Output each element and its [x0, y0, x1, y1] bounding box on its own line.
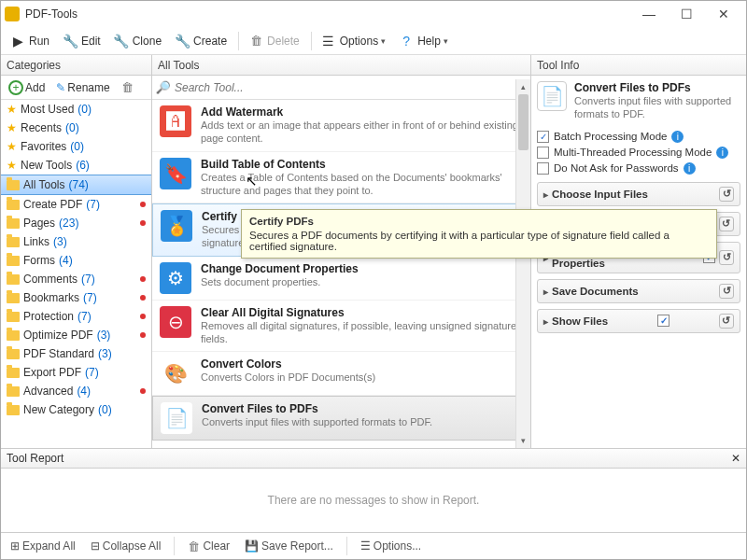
tool-item[interactable]: 🎨Convert ColorsConverts Colors in PDF Do… — [152, 352, 530, 396]
categories-panel: Categories +Add ✎Rename ★Most Used (0)★R… — [1, 55, 152, 448]
help-label: Help — [417, 35, 441, 48]
info-icon[interactable]: i — [716, 147, 728, 159]
categories-list[interactable]: ★Most Used (0)★Recents (0)★Favorites (0)… — [1, 100, 151, 448]
rename-category-button[interactable]: ✎Rename — [52, 80, 113, 95]
category-item[interactable]: All Tools (74) — [1, 175, 151, 195]
reset-button[interactable]: ↺ — [719, 284, 734, 299]
close-report-button[interactable]: ✕ — [731, 452, 740, 465]
tool-item[interactable]: 🔖Build Table of ContentsCreates a Table … — [152, 152, 530, 204]
run-label: Run — [29, 35, 49, 48]
help-dropdown[interactable]: ?Help — [393, 32, 454, 50]
tooltip-text: Secures a PDF documents by certifying it… — [249, 230, 709, 252]
tool-item[interactable]: 🅰Add WatermarkAdds text or an image that… — [152, 100, 530, 152]
reset-button[interactable]: ↺ — [719, 217, 734, 231]
category-item[interactable]: Links (3) — [1, 232, 151, 251]
collapse-label: Collapse All — [103, 539, 162, 553]
category-item[interactable]: Comments (7) — [1, 270, 151, 288]
indicator-dot — [140, 295, 146, 301]
tool-item[interactable]: ⚙Change Document PropertiesSets document… — [152, 257, 530, 301]
scroll-up[interactable]: ▴ — [516, 79, 530, 94]
scroll-down[interactable]: ▾ — [516, 433, 530, 448]
tool-title: Add Watermark — [201, 105, 521, 119]
folder-icon — [7, 330, 20, 341]
maximize-button[interactable]: ☐ — [668, 7, 705, 21]
options-icon: ☰ — [321, 34, 336, 49]
folder-icon — [7, 368, 20, 378]
separator — [311, 32, 312, 50]
category-label: Advanced — [23, 385, 73, 398]
tool-item[interactable]: ⊖Clear All Digital SignaturesRemoves all… — [152, 301, 530, 353]
close-button[interactable]: ✕ — [705, 7, 742, 21]
delete-label: Delete — [267, 35, 300, 48]
step-item[interactable]: Save Documents↺ — [537, 279, 740, 303]
clone-button[interactable]: 🔧Clone — [108, 32, 167, 50]
indicator-dot — [140, 314, 146, 319]
clear-button[interactable]: Clear — [182, 538, 235, 555]
category-item[interactable]: ★Most Used (0) — [1, 100, 151, 119]
category-label: Favorites — [21, 140, 66, 153]
run-icon: ▶ — [10, 34, 25, 49]
trash-icon — [188, 539, 200, 553]
reset-button[interactable]: ↺ — [719, 187, 734, 202]
indicator-dot — [140, 388, 146, 394]
indicator-dot — [140, 276, 146, 282]
scrollbar[interactable]: ▴ ▾ — [515, 79, 530, 448]
category-item[interactable]: Pages (23) — [1, 214, 151, 232]
create-button[interactable]: 🔧Create — [169, 32, 233, 50]
search-row: 🔍 ▾ — [152, 76, 530, 100]
minimize-button[interactable]: — — [630, 7, 668, 21]
info-icon[interactable]: i — [671, 131, 684, 143]
category-item[interactable]: Create PDF (7) — [1, 195, 151, 214]
category-item[interactable]: ★Recents (0) — [1, 119, 151, 137]
category-item[interactable]: Optimize PDF (3) — [1, 326, 151, 344]
expand-all-button[interactable]: ⊞Expand All — [5, 538, 81, 554]
expand-icon — [543, 286, 548, 297]
tool-item[interactable]: 📄Convert Files to PDFsConverts input fil… — [152, 396, 530, 441]
category-item[interactable]: ★New Tools (6) — [1, 156, 151, 175]
add-category-button[interactable]: +Add — [5, 79, 49, 96]
category-label: Links — [23, 235, 49, 248]
options-dropdown[interactable]: ☰Options — [316, 32, 391, 50]
category-item[interactable]: Protection (7) — [1, 307, 151, 326]
category-count: (7) — [78, 310, 92, 323]
category-item[interactable]: Advanced (4) — [1, 382, 151, 400]
category-item[interactable]: New Category (0) — [1, 400, 151, 419]
tool-icon: 🏅 — [161, 210, 192, 242]
delete-category-button[interactable] — [118, 79, 137, 95]
info-icon[interactable]: i — [684, 162, 696, 175]
category-count: (0) — [65, 121, 79, 134]
category-item[interactable]: PDF Standard (3) — [1, 344, 151, 363]
step-item[interactable]: Choose Input Files↺ — [537, 182, 740, 206]
scroll-thumb[interactable] — [518, 94, 529, 150]
edit-label: Edit — [81, 35, 101, 48]
tool-icon: 📄 — [161, 402, 192, 434]
noask-row[interactable]: Do Not Ask for Passwordsi — [537, 161, 740, 176]
category-count: (3) — [53, 235, 67, 248]
tool-icon: ⊖ — [160, 306, 191, 338]
category-item[interactable]: Forms (4) — [1, 251, 151, 270]
category-label: Recents — [21, 121, 62, 134]
search-input[interactable] — [175, 81, 518, 94]
category-item[interactable]: Bookmarks (7) — [1, 288, 151, 307]
category-label: Comments — [23, 273, 78, 286]
expand-icon: ⊞ — [10, 539, 20, 553]
category-label: All Tools — [23, 178, 64, 191]
reset-button[interactable]: ↺ — [719, 250, 734, 265]
delete-button[interactable]: Delete — [243, 32, 305, 50]
multi-thread-row[interactable]: Multi-Threaded Processing Modei — [537, 145, 740, 161]
footer-options-button[interactable]: ☰Options... — [355, 538, 427, 554]
tools-panel: All Tools 🔍 ▾ 🅰Add WatermarkAdds text or… — [152, 55, 531, 448]
tools-list[interactable]: 🅰Add WatermarkAdds text or an image that… — [152, 100, 530, 448]
category-item[interactable]: ★Favorites (0) — [1, 137, 151, 156]
step-item[interactable]: Show Files✓↺ — [537, 309, 740, 333]
edit-button[interactable]: 🔧Edit — [57, 32, 106, 50]
run-button[interactable]: ▶Run — [5, 32, 55, 50]
collapse-all-button[interactable]: ⊟Collapse All — [85, 538, 167, 554]
info-title: Convert Files to PDFs — [574, 81, 740, 94]
batch-mode-row[interactable]: ✓Batch Processing Modei — [537, 129, 740, 145]
category-item[interactable]: Export PDF (7) — [1, 363, 151, 382]
save-report-button[interactable]: 💾Save Report... — [239, 538, 339, 554]
tool-report-panel: Tool Report ✕ There are no messages to s… — [1, 449, 746, 533]
reset-button[interactable]: ↺ — [719, 314, 734, 329]
category-count: (3) — [97, 329, 111, 342]
